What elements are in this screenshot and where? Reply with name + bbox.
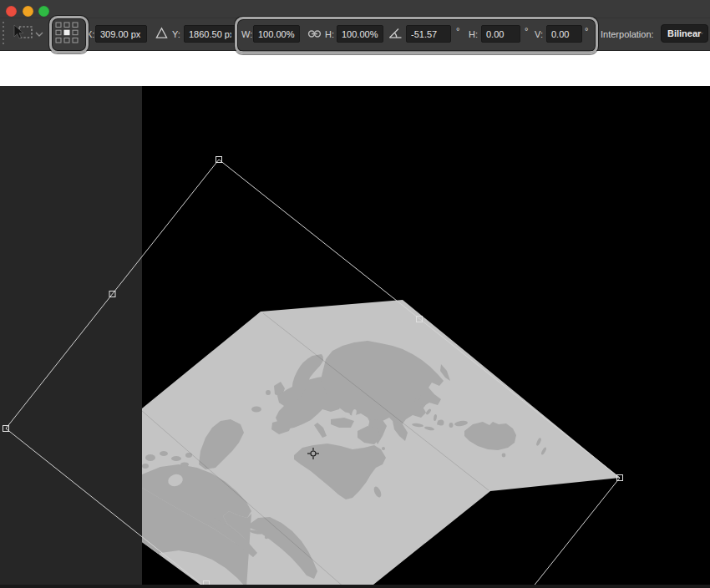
title-bar: [0, 0, 710, 18]
reference-point-locator-icon[interactable]: [55, 22, 79, 43]
island-borneo: [439, 420, 444, 426]
photoshop-window: { "window": { "controls": { "close_icon"…: [0, 0, 710, 588]
x-field-label: X:: [86, 28, 94, 40]
interpolation-value: Bilinear: [667, 28, 701, 38]
window-minimize-icon[interactable]: [23, 6, 33, 17]
pasteboard: [0, 86, 142, 588]
relative-positioning-delta-icon[interactable]: [155, 27, 168, 39]
width-input[interactable]: [253, 25, 300, 43]
reference-point-center[interactable]: [64, 30, 70, 36]
arctic-island: [171, 456, 181, 461]
chevron-down-icon: [701, 31, 703, 36]
h-skew-degree-symbol: °: [525, 26, 528, 36]
window-close-icon[interactable]: [6, 6, 17, 17]
y-position-input[interactable]: [184, 25, 236, 43]
black-sea: [338, 413, 350, 417]
page-gap: [0, 51, 710, 86]
v-skew-input[interactable]: [546, 25, 582, 43]
rotation-angle-icon[interactable]: [388, 27, 403, 39]
island-sulawesi: [449, 423, 454, 428]
arctic-island: [145, 454, 155, 461]
toolbar-grip-handle[interactable]: [3, 22, 4, 47]
width-field-label: W:: [241, 28, 252, 40]
rotation-angle-input[interactable]: [406, 25, 451, 43]
interpolation-dropdown[interactable]: Bilinear: [661, 24, 708, 43]
rotation-degree-symbol: °: [456, 26, 459, 36]
height-field-label: H:: [325, 28, 334, 40]
chevron-down-icon[interactable]: [35, 32, 43, 37]
height-input[interactable]: [337, 25, 383, 43]
x-position-input[interactable]: [95, 25, 147, 43]
h-skew-input[interactable]: [481, 25, 520, 43]
window-bottom-edge: [0, 585, 710, 588]
island-sri-lanka: [382, 447, 385, 450]
options-bar: X: Y: W: H: ° H: ° V: ° Interpolation: B…: [0, 0, 710, 51]
island-ireland: [266, 390, 271, 395]
island-iceland: [251, 407, 261, 413]
arctic-island: [142, 464, 149, 469]
island-tasmania: [502, 454, 506, 458]
v-skew-label: V:: [535, 28, 543, 40]
transform-tool-icon[interactable]: [12, 23, 33, 42]
y-field-label: Y:: [172, 28, 180, 40]
maintain-aspect-ratio-link-icon[interactable]: [307, 28, 322, 39]
h-skew-label: H:: [469, 28, 478, 40]
v-skew-degree-symbol: °: [585, 26, 588, 36]
arctic-island: [180, 463, 189, 467]
document-workarea: [0, 86, 710, 588]
document-canvas-svg: [0, 86, 710, 588]
window-zoom-icon[interactable]: [38, 6, 49, 17]
interpolation-label: Interpolation:: [601, 28, 654, 40]
arctic-island: [160, 451, 168, 456]
